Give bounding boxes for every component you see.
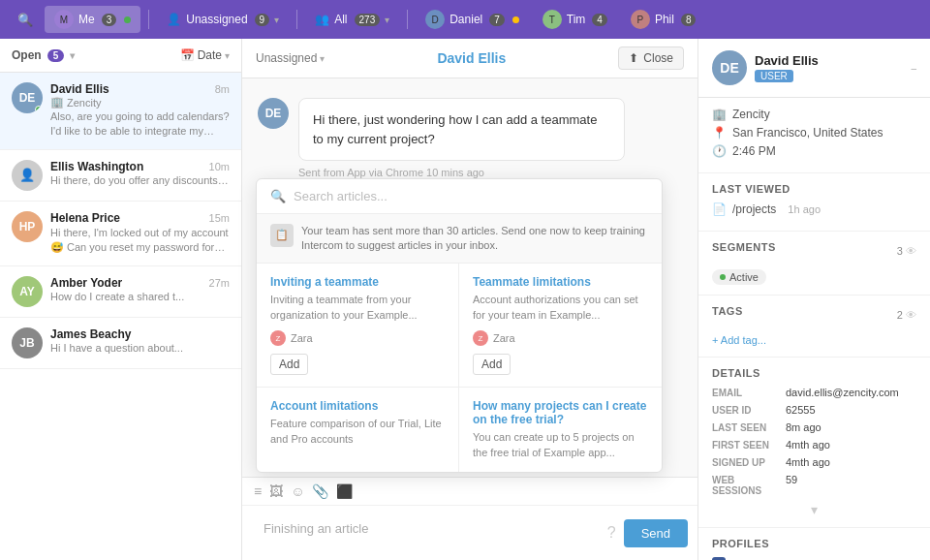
add-article-limitations-btn[interactable]: Add: [473, 354, 511, 375]
avatar-james-beachy: JB: [12, 327, 43, 358]
conv-preview-amber-yoder: How do I create a shared t...: [50, 291, 230, 302]
open-filter[interactable]: Open 5 ▾: [12, 48, 75, 62]
detail-websessions-row: WEB SESSIONS 59: [712, 474, 916, 496]
nav-tab-daniel[interactable]: D Daniel 7: [416, 6, 529, 33]
tags-count: 2 👁: [897, 309, 916, 321]
signedup-value: 4mth ago: [786, 456, 830, 468]
conversation-header: Unassigned ▾ David Ellis ⬆ Close: [242, 39, 698, 78]
user-role-badge: USER: [755, 70, 793, 82]
nav-divider-1: [148, 10, 149, 29]
last-viewed-path: /projects: [732, 202, 776, 216]
message-text: Hi there, just wondering how I can add a…: [313, 112, 597, 146]
article-title-inviting[interactable]: Inviting a teammate: [270, 275, 445, 289]
send-button[interactable]: Send: [624, 519, 688, 547]
author-name-zara-1: Zara: [291, 332, 313, 344]
detail-signedup-row: SIGNED UP 4mth ago: [712, 456, 916, 468]
nav-tab-all[interactable]: 👥 All 273 ▾: [305, 9, 399, 30]
article-title-projects-free[interactable]: How many projects can I create on the fr…: [473, 399, 648, 426]
image-icon[interactable]: ⬛: [336, 483, 353, 499]
tim-avatar: T: [542, 10, 562, 29]
compose-toolbar: ≡ 🖼 ☺ 📎 ⬛: [242, 478, 698, 506]
nav-tab-tim-count: 4: [592, 14, 607, 26]
location-row: 📍 San Francisco, United States: [712, 126, 916, 140]
segments-section: Segments 3 👁 Active: [698, 232, 930, 296]
nav-tab-all-label: All: [334, 13, 347, 26]
sort-by-date-btn[interactable]: 📅 Date ▾: [180, 48, 230, 62]
nav-divider-3: [407, 10, 408, 29]
conversation-item-helena-price[interactable]: HP Helena Price 15m Hi there, I'm locked…: [0, 202, 241, 266]
company-row: 🏢 Zencity: [712, 108, 916, 121]
emoji-icon[interactable]: 🖼: [269, 483, 283, 499]
last-viewed-label: Last Viewed: [712, 183, 916, 195]
send-area: ? Send: [607, 519, 688, 547]
article-title-account-limits[interactable]: Account limitations: [270, 399, 445, 413]
tags-label: Tags: [712, 305, 743, 317]
segments-tags: Active: [712, 268, 916, 285]
detail-email-row: EMAIL david.ellis@zencity.com: [712, 387, 916, 398]
top-navigation: 🔍 M Me 3 👤 Unassigned 9 ▾ 👥 All 273 ▾ D …: [0, 0, 930, 39]
assign-dropdown[interactable]: Unassigned ▾: [256, 51, 325, 65]
segments-label: Segments: [712, 241, 776, 253]
compose-placeholder-text[interactable]: Finishing an article: [252, 512, 380, 554]
nav-tab-phil[interactable]: P Phil 8: [621, 6, 706, 33]
conv-content-david-ellis: David Ellis 8m 🏢 Zencity Also, are you g…: [50, 82, 230, 140]
phil-avatar: P: [631, 10, 650, 29]
conv-header-james-beachy: James Beachy: [50, 327, 230, 341]
conv-content-helena-price: Helena Price 15m Hi there, I'm locked ou…: [50, 211, 230, 256]
conversation-item-amber-yoder[interactable]: AY Amber Yoder 27m How do I create a sha…: [0, 266, 241, 318]
open-label: Open: [12, 48, 42, 62]
close-label: Close: [643, 51, 673, 65]
article-title-limitations[interactable]: Teammate limitations: [473, 275, 648, 289]
conversation-item-ellis-washington[interactable]: 👤 Ellis Washington 10m Hi there, do you …: [0, 150, 241, 202]
expand-details-btn[interactable]: ▾: [712, 502, 916, 517]
header-left: Unassigned ▾: [256, 51, 325, 65]
article-desc-projects-free: You can create up to 5 projects on the f…: [473, 430, 648, 460]
nav-tab-me[interactable]: M Me 3: [45, 6, 140, 33]
conv-preview-james-beachy: Hi I have a question about...: [50, 342, 230, 354]
location-text: San Francisco, United States: [732, 126, 883, 140]
message-content: Hi there, just wondering how I can add a…: [298, 98, 682, 178]
conversation-list-panel: Open 5 ▾ 📅 Date ▾ DE: [0, 39, 242, 560]
me-avatar: M: [54, 10, 74, 29]
article-card-account-limits: Account limitations Feature comparison o…: [257, 388, 459, 472]
attachment-icon[interactable]: ☺: [291, 483, 304, 499]
compose-bottom-bar: Finishing an article ? Send: [242, 506, 698, 560]
add-article-inviting-btn[interactable]: Add: [270, 354, 308, 375]
all-chevron: ▾: [385, 15, 389, 25]
add-tag-btn[interactable]: + Add tag...: [712, 334, 766, 346]
conv-content-james-beachy: James Beachy Hi I have a question about.…: [50, 327, 230, 354]
profiles-label: Profiles: [712, 538, 916, 549]
format-icon[interactable]: ≡: [254, 483, 262, 499]
search-icon[interactable]: 🔍: [10, 9, 41, 31]
nav-tab-daniel-label: Daniel: [450, 13, 482, 26]
conv-header-helena-price: Helena Price 15m: [50, 211, 230, 225]
last-viewed-section: Last Viewed 📄 /projects 1h ago: [698, 173, 930, 232]
user-name-badge-container: David Ellis USER: [755, 53, 819, 82]
article-desc-inviting: Inviting a teammate from your organizati…: [270, 293, 445, 323]
me-status-dot: [124, 16, 131, 23]
conv-name-helena-price: Helena Price: [50, 211, 120, 225]
conv-content-amber-yoder: Amber Yoder 27m How do I create a shared…: [50, 276, 230, 302]
left-panel-header: Open 5 ▾ 📅 Date ▾: [0, 39, 241, 73]
avatar-helena-price: HP: [12, 211, 43, 242]
clock-icon: 🕐: [712, 144, 727, 158]
article-author-limitations: Z Zara: [473, 330, 648, 346]
conversation-item-david-ellis[interactable]: DE David Ellis 8m 🏢 Zencity Also, are yo…: [0, 73, 241, 150]
right-panel-collapse-icon[interactable]: –: [911, 63, 916, 74]
conversation-detail-panel: Unassigned ▾ David Ellis ⬆ Close DE Hi t…: [242, 39, 698, 560]
nav-tab-unassigned[interactable]: 👤 Unassigned 9 ▾: [157, 9, 289, 30]
nav-tab-all-count: 273: [355, 14, 381, 26]
close-conversation-btn[interactable]: ⬆ Close: [618, 47, 684, 70]
userid-label: USER ID: [712, 405, 780, 416]
conv-header-ellis-washington: Ellis Washington 10m: [50, 160, 230, 173]
conversation-item-james-beachy[interactable]: JB James Beachy Hi I have a question abo…: [0, 318, 241, 369]
calendar-icon: 📅: [180, 48, 195, 62]
nav-tab-tim[interactable]: T Tim 4: [533, 6, 617, 33]
article-search-input[interactable]: [294, 189, 648, 203]
link-icon[interactable]: 📎: [312, 483, 328, 499]
help-icon[interactable]: ?: [607, 524, 616, 542]
tags-eye-icon: 👁: [906, 309, 916, 321]
firstseen-value: 4mth ago: [786, 439, 830, 451]
lastseen-value: 8m ago: [786, 421, 822, 433]
nav-tab-unassigned-label: Unassigned: [186, 13, 247, 26]
